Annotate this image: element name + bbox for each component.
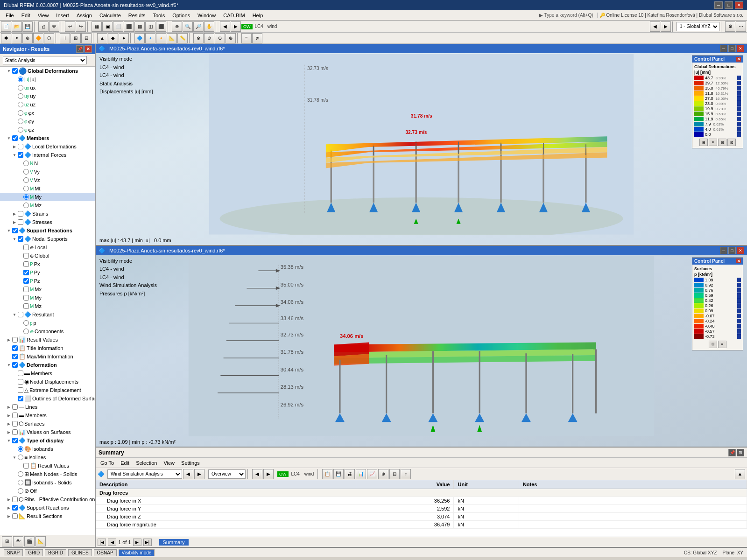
- summary-pin-btn[interactable]: 📌: [728, 449, 736, 456]
- nav-ribs[interactable]: ▶ ⬡ Ribs - Effective Contribution on Sur…: [0, 495, 95, 504]
- nav-cb-result-values[interactable]: [12, 337, 18, 343]
- nav-tb-btn4[interactable]: 📐: [35, 536, 46, 546]
- nav-cb-local-def[interactable]: [18, 144, 23, 149]
- summary-prev[interactable]: ◀: [183, 469, 193, 479]
- vp-top-min[interactable]: ─: [720, 45, 727, 52]
- table-row[interactable]: Drag force in Z 3.074 kN: [96, 513, 747, 521]
- nav-cb-global[interactable]: [23, 253, 29, 259]
- nav-components[interactable]: ⊕ Components: [0, 327, 95, 336]
- nav-local-deformations[interactable]: ▶ 🔷 Local Deformations: [0, 142, 95, 151]
- nav-radio-Vz[interactable]: [23, 177, 29, 183]
- toolbar-btn-2[interactable]: ▣: [102, 21, 113, 32]
- nav-cb-deformation[interactable]: [12, 362, 18, 368]
- view-btn-2[interactable]: ▶: [661, 21, 671, 32]
- nav-cb-type-display[interactable]: [12, 438, 18, 443]
- coord-system-dropdown[interactable]: 1 - Global XYZ: [677, 22, 719, 31]
- table-row[interactable]: Drag force in X 36.256 kN: [96, 497, 747, 505]
- table-row[interactable]: Drag force magnitude 36.479 kN: [96, 521, 747, 529]
- nav-cb-title-info[interactable]: [12, 345, 18, 351]
- nav-Mz-support[interactable]: M Mz: [0, 302, 95, 310]
- toolbar-btn-6[interactable]: ◫: [145, 21, 155, 32]
- nav-cb-My-support[interactable]: [23, 295, 29, 301]
- nav-cb-support-reactions-2[interactable]: [12, 505, 18, 511]
- vp-bottom-min[interactable]: ─: [720, 247, 727, 254]
- t2-btn21[interactable]: ≡: [241, 33, 252, 43]
- summary-last-btn[interactable]: ▶|: [143, 539, 152, 546]
- nav-Px[interactable]: P Px: [0, 260, 95, 268]
- nav-type-of-display[interactable]: ▼ 🔷 Type of display: [0, 436, 95, 445]
- summary-tb-btn4[interactable]: 💾: [333, 469, 344, 479]
- new-button[interactable]: 📄: [1, 21, 11, 32]
- menu-cadbim[interactable]: CAD-BIM: [219, 12, 248, 19]
- nav-radio-Mz[interactable]: [23, 203, 29, 208]
- toolbar-btn-3[interactable]: ⬜: [113, 21, 123, 32]
- nav-cb-ribs[interactable]: [12, 497, 18, 502]
- close-button[interactable]: ✕: [735, 1, 743, 9]
- t2-btn14[interactable]: 🔸: [156, 33, 166, 43]
- nav-cb-lines[interactable]: [12, 404, 18, 410]
- nav-radio-Mt[interactable]: [23, 186, 29, 191]
- nav-radio-phix[interactable]: [18, 110, 23, 116]
- summary-next-btn[interactable]: ▶: [133, 539, 141, 546]
- nav-strains[interactable]: ▶ 🔷 Strains: [0, 210, 95, 218]
- navigator-dropdown[interactable]: Static Analysis: [3, 56, 87, 64]
- nav-ux[interactable]: ux ux: [0, 84, 95, 92]
- summary-tab[interactable]: Summary: [159, 539, 189, 546]
- t2-btn12[interactable]: 🔷: [134, 33, 145, 43]
- legend-bottom-close[interactable]: ✕: [736, 259, 741, 263]
- nav-cb-deform-members[interactable]: [18, 371, 23, 376]
- summary-tb-btn5[interactable]: 🖨: [345, 469, 355, 479]
- t2-btn5[interactable]: ⬡: [44, 33, 54, 43]
- legend-bottom-tb2[interactable]: ≡: [718, 341, 726, 348]
- legend-tb4[interactable]: ⊠: [727, 139, 736, 146]
- nav-nodal-disp[interactable]: ◉ Nodal Displacements: [0, 378, 95, 386]
- zoom-all[interactable]: ⊕: [172, 21, 182, 32]
- legend-tb1[interactable]: ⊞: [699, 139, 708, 146]
- t2-btn7[interactable]: ⊞: [70, 33, 81, 43]
- summary-menu-edit[interactable]: Edit: [118, 460, 132, 466]
- nav-Pz[interactable]: P Pz: [0, 277, 95, 285]
- table-row[interactable]: Drag force in Y 2.592 kN: [96, 505, 747, 513]
- nav-p[interactable]: p p: [0, 319, 95, 327]
- summary-menu-settings[interactable]: Settings: [178, 460, 203, 466]
- t2-btn19[interactable]: ⊙: [215, 33, 225, 43]
- toolbar-btn-1[interactable]: ▦: [92, 21, 102, 32]
- menu-calculate[interactable]: Calculate: [96, 12, 125, 19]
- summary-tb-btn8[interactable]: ⊕: [378, 469, 388, 479]
- nav-radio-isobands[interactable]: [18, 446, 23, 452]
- t2-btn1[interactable]: ✱: [1, 33, 11, 43]
- nav-lines[interactable]: ▶ — Lines: [0, 403, 95, 411]
- nav-cb-nodal-supports[interactable]: [18, 236, 23, 242]
- nav-radio-p[interactable]: [23, 320, 29, 326]
- nav-radio-mesh-nodes[interactable]: [18, 471, 23, 477]
- status-osnap[interactable]: OSNAP: [94, 549, 117, 556]
- summary-menu-goto[interactable]: Go To: [98, 460, 117, 466]
- undo-button[interactable]: ↩: [65, 21, 75, 32]
- summary-tb-btn6[interactable]: 📊: [356, 469, 366, 479]
- t2-btn9[interactable]: ▲: [97, 33, 107, 43]
- nav-result-values[interactable]: ▶ 📊 Result Values: [0, 336, 95, 344]
- nav-radio-Vy[interactable]: [23, 169, 29, 175]
- nav-phix[interactable]: φ φx: [0, 109, 95, 117]
- nav-radio-isobands-solids[interactable]: [18, 480, 23, 485]
- nav-nodal-supports[interactable]: ▼ 🔷 Nodal Supports: [0, 235, 95, 243]
- save-button[interactable]: 💾: [22, 21, 33, 32]
- view-btn-1[interactable]: ◀: [650, 21, 660, 32]
- nav-members[interactable]: ▼ 🔷 Members: [0, 134, 95, 142]
- nav-radio-My[interactable]: [23, 194, 29, 200]
- nav-cb-strains[interactable]: [18, 211, 23, 217]
- vp-top-max[interactable]: □: [728, 45, 736, 52]
- vp-bottom-max[interactable]: □: [728, 247, 736, 254]
- menu-file[interactable]: File: [2, 12, 18, 19]
- nav-uz[interactable]: uz uz: [0, 100, 95, 109]
- summary-tb-btn3[interactable]: 📋: [322, 469, 332, 479]
- t2-btn2[interactable]: ✦: [12, 33, 22, 43]
- toolbar-btn-7[interactable]: ⬛: [156, 21, 166, 32]
- t2-btn18[interactable]: ⊘: [204, 33, 214, 43]
- nav-cb-extreme-disp[interactable]: [18, 387, 23, 393]
- print-button[interactable]: 🖨: [38, 21, 49, 32]
- summary-tb-btn2[interactable]: ▶: [263, 469, 274, 479]
- nav-cb-values-surfaces[interactable]: [12, 429, 18, 435]
- nav-global-deformations[interactable]: ▼ 🔵 Global Deformations: [0, 67, 95, 75]
- toolbar-btn-4[interactable]: ⬛: [124, 21, 134, 32]
